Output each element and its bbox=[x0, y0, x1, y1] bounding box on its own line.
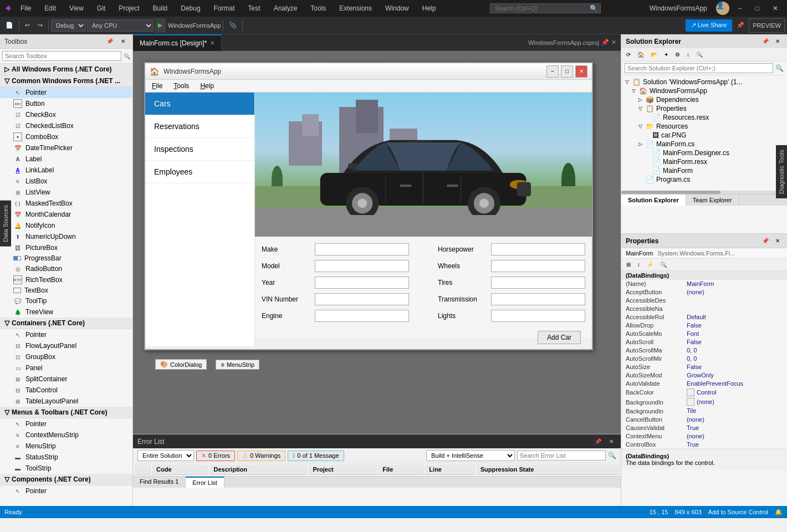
tree-node-car-png[interactable]: 🖼 car.PNG bbox=[624, 131, 785, 140]
toolbox-item-pointer[interactable]: ↖ Pointer bbox=[0, 87, 132, 98]
wheels-input[interactable] bbox=[491, 260, 585, 272]
toolbox-item-radiobutton[interactable]: ◎ RadioButton bbox=[0, 263, 132, 274]
colordialog-component[interactable]: 🎨 ColorDialog bbox=[155, 359, 207, 370]
props-close-button[interactable]: ✕ bbox=[773, 236, 783, 245]
add-car-button[interactable]: Add Car bbox=[538, 331, 581, 344]
warnings-filter-button[interactable]: ⚠ 0 Warnings bbox=[237, 451, 285, 461]
form-maximize-button[interactable]: □ bbox=[561, 65, 573, 78]
close-tab-icon[interactable]: ✕ bbox=[611, 39, 616, 46]
toolbox-item-label[interactable]: A Label bbox=[0, 154, 132, 165]
new-file-button[interactable]: 📄 bbox=[2, 18, 17, 33]
tab-error-list[interactable]: Error List bbox=[186, 477, 224, 488]
nav-item-inspections[interactable]: Inspections bbox=[145, 138, 254, 161]
toolbox-close-button[interactable]: ✕ bbox=[118, 37, 128, 46]
props-alphabetical-btn[interactable]: ↕ bbox=[635, 260, 643, 269]
toolbox-item-linklabel[interactable]: A LinkLabel bbox=[0, 165, 132, 176]
prop-row-cancelbutton[interactable]: CancelButton (none) bbox=[621, 415, 787, 423]
toolbox-item-checkedlistbox[interactable]: ☑ CheckedListBox bbox=[0, 120, 132, 131]
error-list-search-input[interactable] bbox=[517, 451, 606, 461]
designer-canvas[interactable]: 🏠 WindowsFormsApp − □ ✕ File Tools Help bbox=[133, 51, 621, 434]
se-tb-btn-2[interactable]: 🏠 bbox=[635, 50, 647, 59]
toolbox-item-tooltip[interactable]: 💬 ToolTip bbox=[0, 295, 132, 306]
prop-row-accessiblena[interactable]: AccessibleNa bbox=[621, 305, 787, 313]
prop-row-autoscroll[interactable]: AutoScroll False bbox=[621, 338, 787, 346]
se-close-button[interactable]: ✕ bbox=[773, 37, 783, 46]
toolbox-item-tabcontrol[interactable]: ⊟ TabControl bbox=[0, 385, 132, 396]
category-all-winforms[interactable]: ▷ All Windows Forms (.NET Core) bbox=[0, 64, 132, 75]
props-pin-button[interactable]: 📌 bbox=[759, 236, 771, 245]
close-button[interactable]: ✕ bbox=[768, 3, 783, 13]
toolbox-item-menustrip[interactable]: ≡ MenuStrip bbox=[0, 441, 132, 452]
menustrip-component[interactable]: ≡ MenuStrip bbox=[216, 360, 259, 370]
prop-row-backgroundin-1[interactable]: BackgroundIn (none) bbox=[621, 397, 787, 407]
toolbox-item-numericupdown[interactable]: ⬆ NumericUpDown bbox=[0, 231, 132, 242]
tab-mainform-design[interactable]: MainForm.cs [Design]* ✕ bbox=[133, 34, 222, 51]
menu-view[interactable]: View bbox=[65, 3, 88, 13]
prop-row-causesvalidat[interactable]: CausesValidat True bbox=[621, 423, 787, 432]
redo-button[interactable]: ↪ bbox=[34, 18, 46, 33]
attach-btn[interactable]: 📎 bbox=[226, 18, 240, 33]
toolbox-item-contextmenustrip[interactable]: ≡ ContextMenuStrip bbox=[0, 429, 132, 441]
toolbox-item-menus-pointer[interactable]: ↖ Pointer bbox=[0, 418, 132, 429]
prop-row-controlbox[interactable]: ControlBox True bbox=[621, 440, 787, 448]
toolbox-item-button[interactable]: btn Button bbox=[0, 98, 132, 109]
toolbox-search-input[interactable] bbox=[2, 51, 121, 61]
menu-project[interactable]: Project bbox=[114, 3, 144, 13]
se-search-input[interactable] bbox=[625, 63, 773, 73]
form-menu-file[interactable]: File bbox=[150, 81, 165, 91]
nav-item-reservations[interactable]: Reservations bbox=[145, 115, 254, 138]
toolbox-item-checkbox[interactable]: ☑ CheckBox bbox=[0, 109, 132, 120]
prop-row-allowdrop[interactable]: AllowDrop False bbox=[621, 321, 787, 330]
scope-select[interactable]: Entire Solution bbox=[137, 450, 194, 461]
col-project[interactable]: Project bbox=[308, 464, 377, 475]
toolbox-item-treeview[interactable]: 🌲 TreeView bbox=[0, 306, 132, 318]
menu-edit[interactable]: Edit bbox=[40, 3, 60, 13]
tab-solution-explorer[interactable]: Solution Explorer bbox=[621, 195, 686, 206]
tree-node-mainform-resx[interactable]: 📄 MainForm.resx bbox=[624, 157, 785, 166]
tree-node-resources-folder[interactable]: ▽ 📁 Resources bbox=[624, 122, 785, 131]
menu-help[interactable]: Help bbox=[418, 3, 441, 13]
error-panel-pin-button[interactable]: 📌 bbox=[592, 437, 604, 446]
diagnostic-tools-tab[interactable]: Diagnostic Tools bbox=[776, 145, 787, 198]
prop-row-accessiblerol[interactable]: AccessibleRol Default bbox=[621, 313, 787, 321]
toolbox-item-statusstrip[interactable]: ▬ StatusStrip bbox=[0, 452, 132, 463]
form-menu-tools[interactable]: Tools bbox=[171, 81, 191, 91]
category-menus-toolbars[interactable]: ▽ Menus & Toolbars (.NET Core) bbox=[0, 407, 132, 418]
toolbox-item-listbox[interactable]: ≡ ListBox bbox=[0, 176, 132, 187]
toolbox-item-toolstrip[interactable]: ▬ ToolStrip bbox=[0, 463, 132, 474]
toolbox-item-richtextbox[interactable]: RTF RichTextBox bbox=[0, 274, 132, 285]
toolbox-item-maskedtextbox[interactable]: (·) MaskedTextBox bbox=[0, 198, 132, 209]
tab-find-results[interactable]: Find Results 1 bbox=[133, 477, 186, 488]
toolbox-item-panel[interactable]: ▭ Panel bbox=[0, 362, 132, 374]
prop-row-name[interactable]: (Name) MainForm bbox=[621, 280, 787, 288]
pin-icon[interactable]: 📌 bbox=[601, 39, 609, 46]
se-tb-btn-6[interactable]: ↕ bbox=[684, 50, 692, 59]
tree-node-winformsapp[interactable]: ▽ 🏠 WindowsFormsApp bbox=[624, 86, 785, 95]
tree-node-solution[interactable]: ▽ 📋 Solution 'WindowsFormsApp' (1... bbox=[624, 78, 785, 86]
undo-button[interactable]: ↩ bbox=[22, 18, 33, 33]
toolbox-item-combobox[interactable]: ▾ ComboBox bbox=[0, 131, 132, 142]
tree-node-resources-resx[interactable]: 📄 Resources.resx bbox=[624, 113, 785, 122]
tree-node-program-cs[interactable]: 📄 Program.cs bbox=[624, 175, 785, 184]
menu-analyze[interactable]: Analyze bbox=[269, 3, 302, 13]
transmission-input[interactable] bbox=[491, 293, 585, 305]
error-panel-close-button[interactable]: ✕ bbox=[606, 437, 616, 446]
menu-debug[interactable]: Debug bbox=[176, 3, 205, 13]
category-common-winforms[interactable]: ▽ Common Windows Forms (.NET ... bbox=[0, 75, 132, 87]
make-input[interactable] bbox=[315, 243, 409, 255]
toolbox-item-components-pointer[interactable]: ↖ Pointer bbox=[0, 485, 132, 497]
toolbox-item-tablelayoutpanel[interactable]: ⊞ TableLayoutPanel bbox=[0, 396, 132, 407]
col-code[interactable]: Code bbox=[152, 464, 208, 475]
tree-node-properties[interactable]: ▽ 📋 Properties bbox=[624, 104, 785, 113]
prop-row-accessibledes[interactable]: AccessibleDes bbox=[621, 296, 787, 305]
tab-team-explorer[interactable]: Team Explorer bbox=[686, 195, 739, 206]
nav-item-employees[interactable]: Employees bbox=[145, 161, 254, 183]
errors-filter-button[interactable]: ✕ 0 Errors bbox=[196, 451, 235, 461]
build-filter-select[interactable]: Build + IntelliSense bbox=[426, 450, 515, 461]
se-tb-btn-3[interactable]: 📂 bbox=[648, 50, 660, 59]
pin-button[interactable]: 📌 bbox=[733, 18, 748, 33]
props-categorized-btn[interactable]: ⊞ bbox=[624, 260, 633, 269]
messages-filter-button[interactable]: ℹ 0 of 1 Message bbox=[288, 451, 344, 461]
form-minimize-button[interactable]: − bbox=[546, 65, 559, 78]
tires-input[interactable] bbox=[491, 277, 585, 289]
